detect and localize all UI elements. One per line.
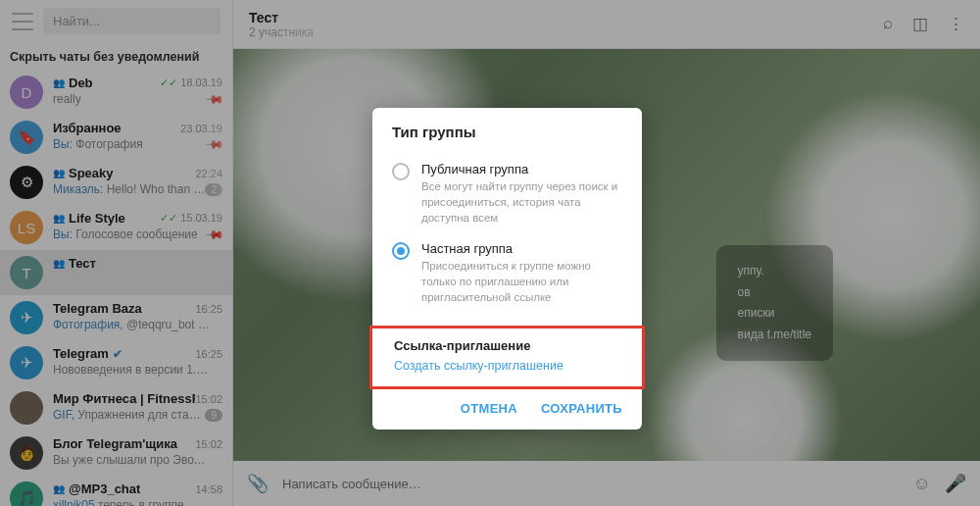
radio-icon bbox=[392, 242, 410, 260]
radio-private-group[interactable]: Частная группа Присоединиться к группе м… bbox=[392, 233, 622, 313]
group-type-modal: Тип группы Публичная группа Все могут на… bbox=[372, 108, 642, 430]
cancel-button[interactable]: ОТМЕНА bbox=[461, 401, 517, 416]
radio-desc: Присоединиться к группе можно только по … bbox=[421, 258, 622, 305]
invite-section: Ссылка-приглашение Создать ссылку-пригла… bbox=[369, 326, 645, 389]
invite-title: Ссылка-приглашение bbox=[394, 338, 620, 353]
radio-label: Публичная группа bbox=[421, 162, 622, 177]
save-button[interactable]: СОХРАНИТЬ bbox=[541, 401, 622, 416]
modal-title: Тип группы bbox=[372, 108, 642, 150]
radio-label: Частная группа bbox=[421, 241, 622, 256]
radio-public-group[interactable]: Публичная группа Все могут найти группу … bbox=[392, 154, 622, 233]
create-invite-link[interactable]: Создать ссылку-приглашение bbox=[394, 359, 620, 373]
radio-desc: Все могут найти группу через поиск и при… bbox=[421, 178, 622, 226]
radio-icon bbox=[392, 163, 410, 180]
